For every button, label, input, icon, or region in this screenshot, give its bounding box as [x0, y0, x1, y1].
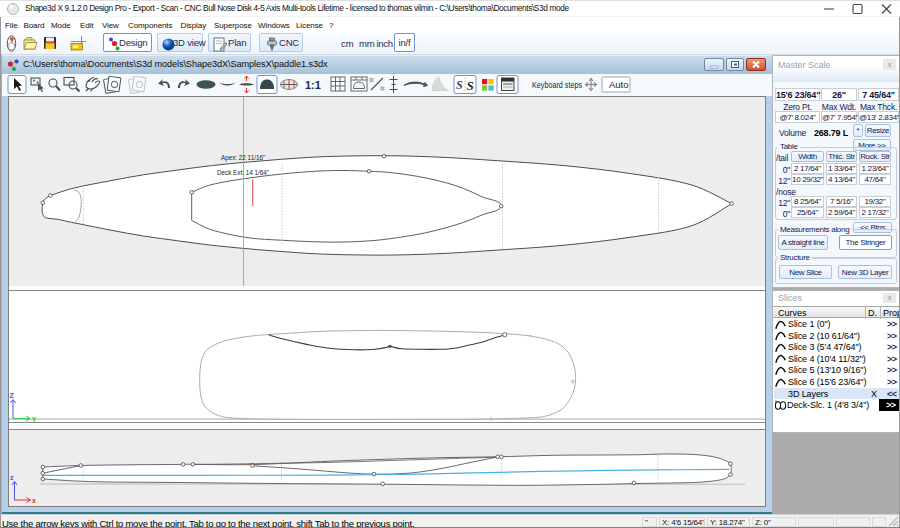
- svg-text:x: x: [32, 497, 36, 504]
- svg-text:Deck Ext: 14 1/64": Deck Ext: 14 1/64": [217, 169, 269, 176]
- svg-text:Apex: 22 11/16": Apex: 22 11/16": [221, 154, 265, 162]
- svg-text:S: S: [467, 78, 474, 93]
- svg-text:1:1: 1:1: [305, 79, 321, 91]
- svg-text:Z: Z: [10, 391, 15, 400]
- svg-text:z: z: [10, 474, 14, 481]
- svg-text:Y: Y: [32, 415, 37, 423]
- svg-text:S: S: [456, 78, 463, 92]
- svg-text:Keyboard steps: Keyboard steps: [532, 79, 582, 90]
- svg-text:Auto: Auto: [609, 79, 629, 90]
